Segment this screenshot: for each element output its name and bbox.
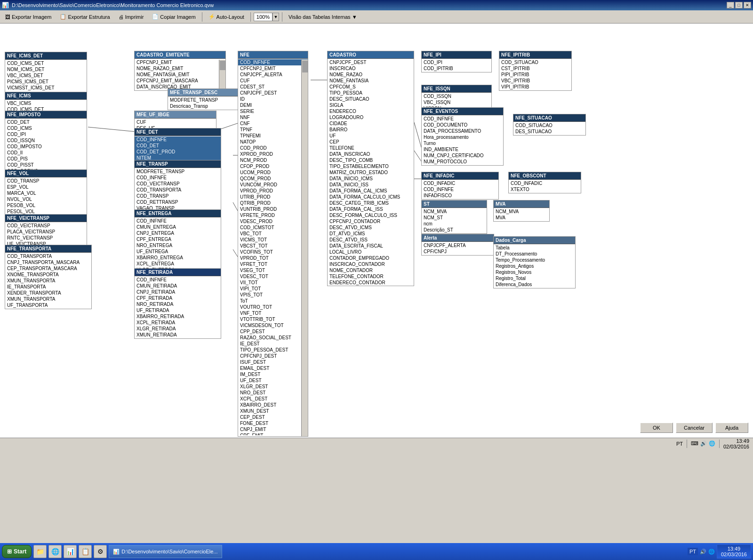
table-row[interactable]: RNTC_VEICTRANSP xyxy=(5,235,87,241)
table-row[interactable]: CIDADE xyxy=(328,120,414,127)
table-row[interactable]: NRO_ENTREGA xyxy=(135,242,221,248)
table-row[interactable]: TPNF xyxy=(238,127,308,133)
table-row[interactable]: XENDER_TRANSPORTA xyxy=(5,290,91,296)
table-row[interactable]: PESOB_VOL xyxy=(5,202,87,208)
table-row[interactable]: VBCST_TOT xyxy=(238,243,308,249)
table-row[interactable]: COD_PROD xyxy=(238,145,308,151)
table-row[interactable]: XMUN_DEST xyxy=(238,408,308,414)
table-row[interactable]: Registros_Novos xyxy=(494,269,575,275)
table-row[interactable]: Registros_Antigos xyxy=(494,263,575,269)
table-row[interactable]: NCM_MVA xyxy=(494,208,549,215)
table-row[interactable]: VNF_TOT xyxy=(238,310,308,316)
table-row[interactable]: CPFCNPJ_CONTADOR xyxy=(328,218,414,224)
table-row[interactable]: VIPI_IPITRIB xyxy=(499,84,571,90)
table-row[interactable]: DESC_FORMA_CALCULO_ISS xyxy=(328,212,414,218)
table-row[interactable]: CDEST_ST xyxy=(238,84,308,90)
table-row[interactable]: DATA_ESCRITA_FISCAL xyxy=(328,243,414,249)
table-row[interactable]: CPF/CNPJ xyxy=(422,248,494,255)
table-row[interactable]: DT_Processamento xyxy=(494,251,575,257)
table-st[interactable]: ST NCM_MVA NCM_ST ncm Descrição_ST xyxy=(421,200,487,234)
table-row[interactable]: Registro_Total xyxy=(494,275,575,281)
table-row[interactable]: COD_DET_PROD xyxy=(135,149,221,155)
table-row[interactable]: ncm xyxy=(422,221,487,227)
table-row[interactable]: NOME_RAZAO xyxy=(328,72,414,78)
nfe-scrollbar[interactable] xyxy=(301,60,308,436)
table-row[interactable]: CUF xyxy=(238,78,308,84)
table-row[interactable]: XTEXTO xyxy=(509,186,581,192)
table-row[interactable]: CMUN_RETIRADA xyxy=(135,283,221,289)
table-row[interactable]: DATA_INICIO_ICMS xyxy=(328,176,414,182)
table-row[interactable]: COD_INFNFE xyxy=(135,175,221,181)
table-row[interactable]: CEP_DEST xyxy=(238,414,308,420)
nfe-scrollbar-thumb[interactable] xyxy=(302,61,308,72)
table-row[interactable]: UTRIB_PROD xyxy=(238,194,308,200)
table-row[interactable]: DESC_ATVD_ICMS xyxy=(328,224,414,231)
table-row[interactable]: VIPI_TOT xyxy=(238,286,308,292)
table-row[interactable]: DES_SITUACAO xyxy=(513,128,585,135)
table-row[interactable]: VOUTRO_TOT xyxy=(238,304,308,310)
table-row[interactable]: NOM_ICMS_DET xyxy=(5,66,87,72)
table-row[interactable]: MARCA_VOL xyxy=(5,190,87,196)
table-row[interactable]: COD_INFNFE xyxy=(135,218,221,224)
table-row[interactable]: DEMI xyxy=(238,102,308,108)
table-row[interactable]: DATA_INSCRICAO xyxy=(328,151,414,157)
table-nfe-ipitrib[interactable]: NFE_IPITRIB COD_SITUACAO CST_IPITRIB PIP… xyxy=(499,51,572,91)
table-row[interactable]: CFOP_PROD xyxy=(238,163,308,169)
table-row[interactable]: NATOP xyxy=(238,139,308,145)
table-row[interactable]: COD_IPI xyxy=(422,59,491,65)
table-row[interactable]: UF_DEST xyxy=(238,377,308,384)
table-row[interactable]: LOGRADOURO xyxy=(328,114,414,120)
table-row[interactable]: BAIRRO xyxy=(328,127,414,133)
table-row[interactable]: VDESC_PROD xyxy=(238,218,308,224)
start-button[interactable]: ⊞ Start xyxy=(2,545,32,558)
table-cadastro[interactable]: CADASTRO CNPJCPF_DEST INSCRICAO NOME_RAZ… xyxy=(327,51,414,286)
table-row[interactable]: CPF_EMIT xyxy=(238,432,308,435)
table-row[interactable]: NOME_FANTASIA xyxy=(328,78,414,84)
table-row[interactable]: VDESC_TOT xyxy=(238,273,308,280)
table-row[interactable]: EMAIL_DEST xyxy=(238,365,308,371)
help-button[interactable]: Ajuda xyxy=(715,423,748,433)
table-nfe-infadic[interactable]: NFE_INFADIC COD_INFADIC COD_INFNFE INFAD… xyxy=(421,172,499,200)
table-row[interactable]: Tabela xyxy=(494,245,575,251)
table-row[interactable]: INSCRICAO_CONTADOR xyxy=(328,261,414,267)
table-row[interactable]: DATA_FORMA_CAL_ICMS xyxy=(328,188,414,194)
table-row[interactable]: CNPJ_RETIRADA xyxy=(135,289,221,295)
table-row[interactable]: DATA_FORMA_CAL_ISS xyxy=(328,206,414,212)
taskbar-app[interactable]: 📊 D:\Desenvolvimento\Savio\ComercioEle..… xyxy=(109,545,222,558)
table-row[interactable]: CNPJCPF_DEST xyxy=(238,90,308,96)
table-row[interactable]: VCOFINS_TOT xyxy=(238,249,308,255)
zoom-control[interactable]: 100% ▼ xyxy=(254,13,279,21)
table-row[interactable]: XBAIRRO_ENTREGA xyxy=(135,255,221,261)
table-row[interactable]: XMUN_TRANSPORTA xyxy=(5,296,91,302)
cancel-button[interactable]: Cancelar xyxy=(676,423,713,433)
table-row[interactable]: NCM_MVA xyxy=(422,208,487,215)
table-row[interactable]: CNF xyxy=(238,120,308,127)
table-row[interactable]: COD_ISSQN xyxy=(5,137,87,144)
table-row[interactable]: ESP_VOL xyxy=(5,184,87,190)
table-row[interactable]: VUNCOM_PROD xyxy=(238,182,308,188)
table-row[interactable]: NUM_CNPJ_CERTIFICADO xyxy=(422,152,503,159)
table-row[interactable]: TELEFONE xyxy=(328,145,414,151)
table-row[interactable]: XBAIRRO_RETIRADA xyxy=(135,313,221,320)
table-row[interactable]: UCOM_PROD xyxy=(238,169,308,176)
table-alerta[interactable]: Alerta CNPJCPF_ALERTA CPF/CNPJ xyxy=(421,234,494,256)
table-nfe-ipi[interactable]: NFE_IPI COD_IPI COD_IPITRIB xyxy=(421,51,492,72)
table-row[interactable]: COD_IMPOSTO xyxy=(5,144,87,150)
taskbar-icon-2[interactable]: 🌐 xyxy=(48,545,62,558)
table-row[interactable]: IND_AMBIENTE xyxy=(422,146,503,152)
table-row[interactable]: COD_SITUACAO xyxy=(499,59,571,65)
table-row[interactable]: IE_TRANSPORTA xyxy=(5,284,91,290)
table-row[interactable]: MATRIZ_OUTRO_ESTADO xyxy=(328,169,414,176)
table-row[interactable]: CNPJ_EMIT xyxy=(238,426,308,432)
table-row[interactable]: NNF xyxy=(238,114,308,120)
table-row[interactable]: LOGRADOURO_CONTADOR xyxy=(328,286,414,286)
table-row[interactable]: INFADFISCO xyxy=(422,192,498,199)
table-row[interactable]: Descrição_ST xyxy=(422,227,487,233)
table-dados-carga[interactable]: Dados_Carga Tabela DT_Processamento Temp… xyxy=(493,236,576,288)
zoom-down-arrow[interactable]: ▼ xyxy=(272,13,279,21)
table-row[interactable]: VICMS_TOT xyxy=(238,237,308,243)
table-row[interactable]: VBC_ICMS xyxy=(5,100,87,106)
table-nfe-situacao[interactable]: NFE_SITUACAO COD_SITUACAO DES_SITUACAO xyxy=(513,114,586,136)
table-row[interactable]: DATA_FORMA_CALCULO_ICMS xyxy=(328,194,414,200)
table-row[interactable]: NOME_CONTADOR xyxy=(328,267,414,273)
